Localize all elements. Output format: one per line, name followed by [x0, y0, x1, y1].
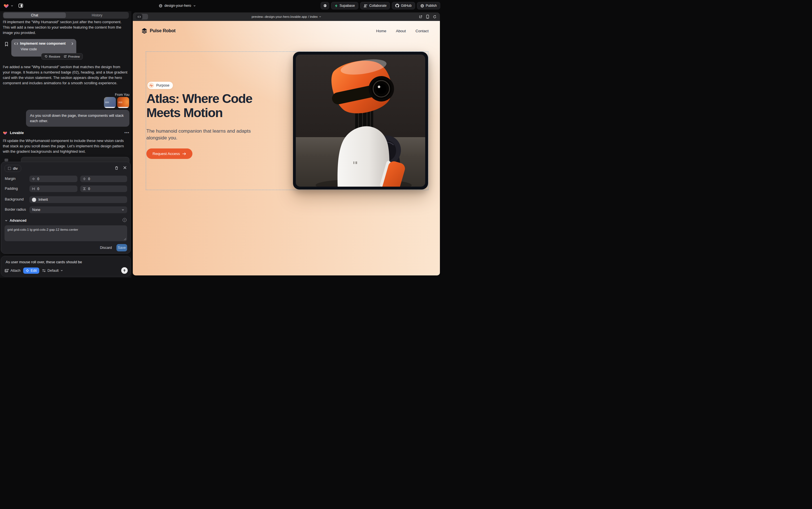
code-icon: [14, 42, 18, 45]
assistant-message-3: I'll update the WhyHumanoid component to…: [3, 138, 128, 154]
globe-icon: [159, 4, 162, 8]
padding-x-field[interactable]: 0: [29, 185, 77, 192]
pulse-icon: [148, 82, 154, 88]
element-inspector-panel: div Margin 0 0 Padding: [1, 162, 131, 253]
globe-icon: [420, 4, 424, 8]
padding-x-value: 0: [37, 187, 39, 191]
lovable-app: design-your-hero Supabase Collaborate Gi…: [0, 0, 443, 278]
tab-chat[interactable]: Chat: [3, 12, 66, 18]
github-icon: [395, 4, 399, 8]
attach-label: Attach: [10, 269, 20, 273]
refresh-icon[interactable]: [433, 15, 437, 19]
collaborate-button[interactable]: Collaborate: [360, 2, 390, 9]
nav-about[interactable]: About: [396, 29, 406, 33]
lovable-heart-icon: [3, 131, 7, 135]
margin-x-field[interactable]: 0: [29, 176, 77, 182]
supabase-label: Supabase: [340, 4, 355, 8]
advanced-label: Advanced: [10, 218, 27, 223]
code-icon: [136, 14, 142, 20]
dashed-box-icon: [8, 167, 11, 170]
view-code-link[interactable]: View code: [21, 47, 73, 51]
chevron-right-icon: [71, 42, 73, 45]
resize-handle[interactable]: [124, 238, 126, 240]
nav-home[interactable]: Home: [376, 29, 386, 33]
attachment-thumbnail-blue[interactable]: [104, 97, 116, 108]
delete-element-button[interactable]: [115, 166, 118, 170]
chevron-down-icon[interactable]: [11, 4, 13, 7]
site-header: Pulse Robot Home About Contact: [133, 21, 440, 41]
request-access-button[interactable]: Request Access: [146, 148, 192, 159]
assistant-header: Lovable •••: [3, 130, 130, 135]
element-tag: div: [13, 166, 18, 171]
padding-vertical-icon: [83, 187, 86, 190]
sliders-icon: [42, 269, 46, 272]
edit-mode-button[interactable]: Edit: [23, 268, 39, 274]
element-tag-chip[interactable]: div: [4, 165, 21, 172]
attachment-thumbnail-orange[interactable]: [117, 97, 129, 108]
background-field[interactable]: Inherit: [29, 196, 127, 203]
close-inspector-button[interactable]: [123, 166, 126, 170]
implement-card-title: Implement new component: [20, 41, 66, 45]
preview-url[interactable]: preview--design-your-hero.lovable.app / …: [252, 15, 321, 19]
robot-image: [296, 55, 425, 186]
site-logo[interactable]: Pulse Robot: [141, 28, 176, 34]
publish-label: Publish: [426, 4, 437, 8]
help-icon[interactable]: ?: [123, 218, 126, 222]
preview-button[interactable]: Preview: [64, 55, 80, 58]
preview-url-path: / index: [308, 15, 318, 19]
assistant-message-2: I've added a new "Why Humanoid" section …: [3, 64, 128, 86]
restore-preview-toolbar: Restore Preview: [41, 53, 83, 60]
margin-y-field[interactable]: 0: [80, 176, 127, 182]
project-name: design-your-hero: [164, 4, 191, 8]
open-in-new-tab-icon[interactable]: [419, 15, 422, 19]
github-button[interactable]: GitHub: [392, 2, 415, 9]
border-radius-select[interactable]: None: [29, 206, 127, 213]
lovable-heart-logo[interactable]: [3, 3, 9, 8]
composer-input[interactable]: As user mouse roll over, these cards sho…: [6, 260, 82, 264]
tab-history[interactable]: History: [66, 12, 128, 18]
restore-button[interactable]: Restore: [44, 55, 60, 58]
save-button[interactable]: Save: [116, 244, 127, 251]
collaborate-label: Collaborate: [369, 4, 386, 8]
chat-sidebar: Chat History I'll implement the "Why Hum…: [0, 11, 132, 278]
supabase-icon: [334, 4, 338, 8]
discard-button[interactable]: Discard: [100, 246, 112, 250]
preview-label: Preview: [68, 55, 80, 58]
hero-heading-line2: Meets Motion: [146, 105, 223, 120]
bookmark-icon[interactable]: [4, 42, 8, 46]
supabase-button[interactable]: Supabase: [331, 2, 358, 9]
hero-heading: Atlas: Where Code Meets Motion: [146, 92, 252, 120]
code-preview-toggle[interactable]: [136, 14, 148, 20]
classes-textarea[interactable]: grid grid-cols-1 lg:grid-cols-2 gap-12 i…: [4, 225, 127, 241]
restore-icon: [44, 55, 47, 58]
advanced-section-toggle[interactable]: Advanced: [5, 218, 27, 223]
margin-y-value: 0: [88, 177, 90, 181]
preview-toolbar-icons: [419, 12, 437, 21]
sidebar-tabs: Chat History: [3, 12, 129, 19]
sidebar-toggle-button[interactable]: [17, 2, 25, 9]
send-button[interactable]: [121, 267, 128, 274]
arrow-right-icon: [182, 152, 186, 156]
chevron-down-icon: [61, 269, 63, 272]
chevron-down-icon: [121, 208, 124, 211]
padding-y-field[interactable]: 0: [80, 185, 127, 192]
project-switcher[interactable]: design-your-hero: [159, 0, 196, 11]
topbar-actions: Supabase Collaborate GitHub Publish: [321, 0, 440, 11]
hero-heading-line1: Atlas: Where Code: [146, 91, 252, 106]
model-mode-button[interactable]: Default: [42, 269, 63, 273]
topbar-left: [0, 2, 25, 9]
publish-button[interactable]: Publish: [417, 2, 440, 9]
chevron-down-icon: [5, 219, 8, 222]
website-canvas: Pulse Robot Home About Contact Purpose A…: [133, 21, 440, 275]
settings-button[interactable]: [321, 2, 329, 9]
purpose-badge: Purpose: [147, 82, 173, 89]
mobile-view-icon[interactable]: [426, 15, 429, 19]
chat-composer[interactable]: As user mouse roll over, these cards sho…: [1, 256, 131, 277]
border-radius-label: Border radius: [5, 208, 26, 211]
attach-button[interactable]: Attach: [4, 269, 20, 273]
topbar: design-your-hero Supabase Collaborate Gi…: [0, 0, 443, 11]
collapsed-card-icon: [4, 159, 8, 162]
nav-contact[interactable]: Contact: [415, 29, 429, 33]
background-label: Background: [5, 197, 24, 201]
message-menu-button[interactable]: •••: [124, 130, 130, 135]
